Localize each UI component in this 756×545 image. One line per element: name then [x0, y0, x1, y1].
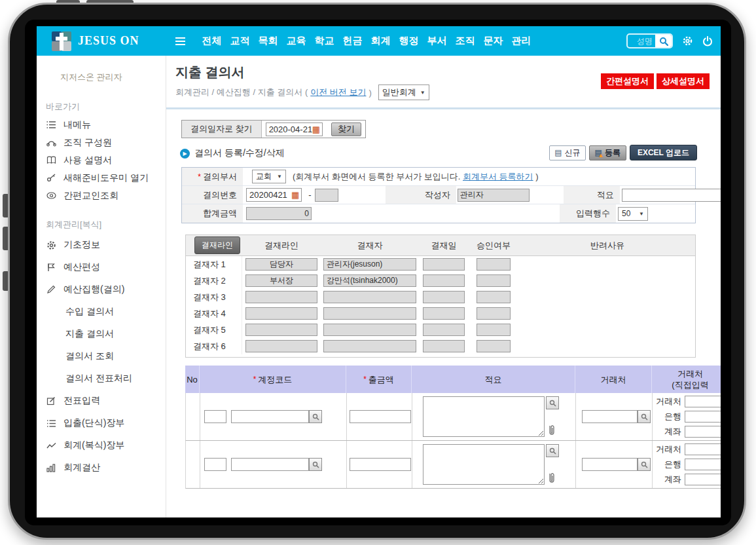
direct-bank-input[interactable] — [685, 459, 721, 470]
find-button[interactable]: 찾기 — [331, 122, 361, 136]
approval-date-input[interactable] — [423, 274, 465, 287]
attachment-paperclip-icon[interactable] — [547, 472, 556, 484]
account-search-button[interactable] — [309, 458, 322, 471]
sidebar-item-org-members[interactable]: 조직 구성원 — [37, 134, 166, 151]
memo-textarea[interactable] — [423, 396, 545, 437]
row-count-select[interactable]: 50 ▼ — [618, 207, 648, 221]
search-button[interactable] — [655, 35, 672, 47]
sidebar-item-quick-member-lookup[interactable]: 간편교인조회 — [37, 187, 166, 204]
power-icon[interactable] — [702, 36, 713, 47]
nav-item-accounting[interactable]: 회계 — [371, 35, 391, 47]
dept-select[interactable]: 교회 ▼ — [252, 170, 286, 183]
approval-status-input[interactable] — [477, 291, 511, 303]
approval-status-input[interactable] — [477, 324, 511, 336]
nav-item-member[interactable]: 교적 — [230, 35, 250, 47]
direct-bank-input[interactable] — [685, 411, 721, 423]
sidebar-item-resolution-slip[interactable]: 결의서 전표처리 — [37, 367, 166, 390]
vendor-search-button[interactable] — [638, 410, 651, 423]
approver-input[interactable] — [323, 340, 416, 352]
nav-item-department[interactable]: 부서 — [427, 35, 447, 47]
approval-date-input[interactable] — [423, 258, 465, 271]
approval-line-button[interactable]: 결재라인 — [194, 236, 240, 254]
calendar-icon[interactable]: ▦ — [312, 125, 320, 134]
account-search-button[interactable] — [309, 410, 322, 423]
register-button[interactable]: ▤ ▲ 등록 — [589, 145, 626, 160]
direct-account-input[interactable] — [685, 426, 721, 438]
sidebar-item-resolution-lookup[interactable]: 결의서 조회 — [37, 345, 166, 367]
sidebar-item-expense-resolution[interactable]: 지출 결의서 — [37, 323, 166, 345]
vendor-input[interactable] — [582, 410, 638, 423]
writer-input[interactable] — [458, 189, 530, 202]
sidebar-item-my-menu[interactable]: 내메뉴 — [37, 116, 166, 134]
direct-vendor-input[interactable] — [685, 396, 721, 407]
sidebar-item-newyear-helper[interactable]: 새해준비도우미 열기 — [37, 169, 166, 187]
sidebar-item-closing[interactable]: 회계결산 — [37, 457, 166, 479]
withdraw-amount-input[interactable] — [350, 458, 411, 471]
attachment-paperclip-icon[interactable] — [547, 424, 556, 436]
detail-manual-button[interactable]: 상세설명서 — [657, 73, 710, 89]
account-code-input[interactable] — [204, 410, 226, 423]
approver-input[interactable] — [323, 258, 416, 271]
register-dept-link[interactable]: 회계부서 등록하기 — [463, 172, 533, 181]
approval-date-input[interactable] — [423, 340, 465, 352]
sidebar-item-slip-entry[interactable]: 전표입력 — [37, 390, 166, 412]
calendar-icon[interactable]: ▦ — [291, 191, 299, 199]
vendor-input[interactable] — [582, 458, 638, 471]
withdraw-amount-input[interactable] — [350, 410, 411, 423]
direct-account-input[interactable] — [685, 474, 721, 485]
approval-status-input[interactable] — [477, 258, 511, 271]
name-search-input[interactable] — [628, 35, 655, 47]
hamburger-menu-icon[interactable] — [175, 37, 185, 45]
nav-item-management[interactable]: 관리 — [512, 35, 531, 47]
approver-input[interactable] — [323, 291, 416, 303]
memo-search-button[interactable] — [546, 444, 559, 457]
nav-item-all[interactable]: 전체 — [202, 35, 222, 47]
nav-item-education[interactable]: 교육 — [287, 35, 306, 47]
logo[interactable]: JESUS ON — [51, 31, 139, 52]
quick-manual-button[interactable]: 간편설명서 — [601, 73, 654, 89]
excel-upload-button[interactable]: EXCEL 업로드 — [630, 145, 697, 160]
resolution-date-input[interactable] — [266, 124, 312, 134]
nav-item-sms[interactable]: 문자 — [484, 35, 503, 47]
account-code-input[interactable] — [204, 458, 226, 471]
memo-input[interactable] — [622, 189, 721, 202]
resolution-sub-no-input[interactable] — [315, 189, 338, 202]
approver-input[interactable] — [323, 324, 416, 336]
sidebar-item-basic-info[interactable]: 기초정보 — [37, 234, 166, 256]
previous-version-link[interactable]: 이전 버전 보기 — [310, 86, 366, 98]
approver-input[interactable] — [323, 307, 416, 320]
nav-item-organization[interactable]: 조직 — [456, 35, 475, 47]
account-type-select[interactable]: 일반회계 ▼ — [378, 85, 429, 100]
new-button[interactable]: ▤ 신규 — [549, 145, 585, 160]
line-input[interactable] — [245, 291, 317, 303]
approval-status-input[interactable] — [477, 340, 511, 352]
settings-gear-icon[interactable] — [682, 35, 693, 47]
approval-status-input[interactable] — [477, 274, 511, 287]
vendor-search-button[interactable] — [638, 458, 651, 471]
line-input[interactable] — [245, 307, 317, 320]
sidebar-item-income-resolution[interactable]: 수입 결의서 — [37, 301, 166, 323]
resolution-no-input[interactable] — [247, 190, 291, 200]
sidebar-item-double-entry-ledger[interactable]: 회계(복식)장부 — [37, 434, 166, 457]
nav-item-school[interactable]: 학교 — [315, 35, 334, 47]
approval-status-input[interactable] — [477, 307, 511, 320]
memo-textarea[interactable] — [423, 444, 545, 485]
direct-vendor-input[interactable] — [685, 443, 721, 455]
line-input[interactable] — [245, 258, 317, 271]
sidebar-item-user-manual[interactable]: 사용 설명서 — [37, 151, 166, 169]
line-input[interactable] — [245, 274, 317, 287]
account-name-input[interactable] — [231, 458, 309, 471]
line-input[interactable] — [245, 324, 317, 336]
sidebar-item-budget-execution[interactable]: 예산집행(결의) — [37, 278, 166, 301]
memo-search-button[interactable] — [546, 396, 559, 409]
line-input[interactable] — [245, 340, 317, 352]
nav-item-ministry[interactable]: 목회 — [259, 35, 278, 47]
nav-item-offering[interactable]: 헌금 — [343, 35, 363, 47]
sidebar-item-single-entry-ledger[interactable]: 입출(단식)장부 — [37, 412, 166, 434]
nav-item-admin[interactable]: 행정 — [399, 35, 419, 47]
account-name-input[interactable] — [231, 410, 309, 423]
approval-date-input[interactable] — [423, 324, 465, 336]
sidebar-item-budget-planning[interactable]: 예산편성 — [37, 256, 166, 278]
approval-date-input[interactable] — [423, 307, 465, 320]
total-amount-input[interactable] — [246, 207, 312, 220]
